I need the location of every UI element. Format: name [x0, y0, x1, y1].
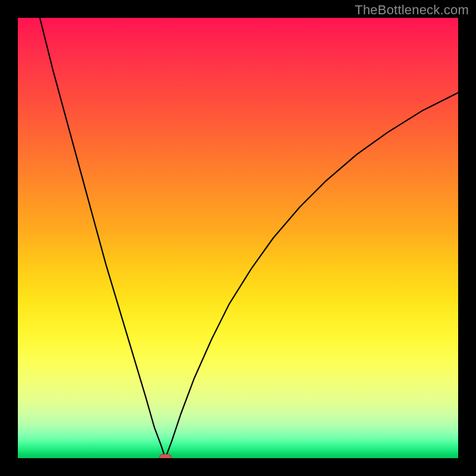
- plot-area: [18, 18, 458, 458]
- bottleneck-curve: [18, 18, 458, 458]
- curve-path: [40, 18, 458, 458]
- optimum-marker: [159, 454, 172, 458]
- watermark-label: TheBottleneck.com: [355, 2, 469, 18]
- chart-frame: TheBottleneck.com: [0, 0, 476, 476]
